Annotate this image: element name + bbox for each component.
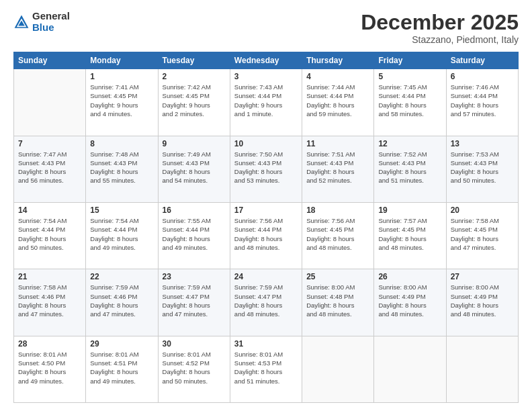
day-info: Sunrise: 8:01 AM Sunset: 4:53 PM Dayligh… xyxy=(234,350,298,385)
calendar-week-3: 14Sunrise: 7:54 AM Sunset: 4:44 PM Dayli… xyxy=(14,202,519,269)
day-number: 13 xyxy=(451,139,514,148)
day-info: Sunrise: 7:55 AM Sunset: 4:44 PM Dayligh… xyxy=(163,216,226,252)
day-info: Sunrise: 7:51 AM Sunset: 4:43 PM Dayligh… xyxy=(306,150,369,185)
calendar-day-18: 18Sunrise: 7:56 AM Sunset: 4:45 PM Dayli… xyxy=(302,202,374,269)
calendar-day-8: 8Sunrise: 7:48 AM Sunset: 4:43 PM Daylig… xyxy=(86,136,158,202)
day-number: 12 xyxy=(378,139,441,148)
day-info: Sunrise: 7:45 AM Sunset: 4:44 PM Dayligh… xyxy=(378,83,441,118)
day-number: 27 xyxy=(451,272,514,281)
calendar-day-5: 5Sunrise: 7:45 AM Sunset: 4:44 PM Daylig… xyxy=(374,69,446,136)
calendar-day-3: 3Sunrise: 7:43 AM Sunset: 4:44 PM Daylig… xyxy=(230,69,302,136)
day-header-tuesday: Tuesday xyxy=(158,52,230,69)
day-info: Sunrise: 8:00 AM Sunset: 4:49 PM Dayligh… xyxy=(378,283,441,318)
calendar-day-6: 6Sunrise: 7:46 AM Sunset: 4:44 PM Daylig… xyxy=(446,69,518,136)
empty-cell xyxy=(302,336,374,402)
calendar-day-1: 1Sunrise: 7:41 AM Sunset: 4:45 PM Daylig… xyxy=(86,69,158,136)
calendar-day-17: 17Sunrise: 7:56 AM Sunset: 4:44 PM Dayli… xyxy=(230,202,302,269)
day-number: 19 xyxy=(378,205,441,215)
logo: General Blue xyxy=(13,11,70,33)
day-info: Sunrise: 7:59 AM Sunset: 4:47 PM Dayligh… xyxy=(163,283,226,318)
day-number: 21 xyxy=(18,272,81,281)
day-number: 1 xyxy=(90,72,153,81)
day-number: 24 xyxy=(234,272,298,281)
location: Stazzano, Piedmont, Italy xyxy=(361,34,519,45)
calendar-day-30: 30Sunrise: 8:01 AM Sunset: 4:52 PM Dayli… xyxy=(158,336,230,402)
day-number: 20 xyxy=(451,205,514,215)
day-info: Sunrise: 7:48 AM Sunset: 4:43 PM Dayligh… xyxy=(90,150,153,185)
day-number: 14 xyxy=(18,205,81,215)
day-header-wednesday: Wednesday xyxy=(230,52,302,69)
logo-text: General Blue xyxy=(32,11,70,33)
calendar-day-19: 19Sunrise: 7:57 AM Sunset: 4:45 PM Dayli… xyxy=(374,202,446,269)
day-number: 4 xyxy=(306,72,369,81)
calendar-week-5: 28Sunrise: 8:01 AM Sunset: 4:50 PM Dayli… xyxy=(14,336,519,402)
day-info: Sunrise: 7:56 AM Sunset: 4:44 PM Dayligh… xyxy=(234,216,298,252)
calendar-day-24: 24Sunrise: 7:59 AM Sunset: 4:47 PM Dayli… xyxy=(230,269,302,336)
day-info: Sunrise: 8:00 AM Sunset: 4:49 PM Dayligh… xyxy=(451,283,514,318)
empty-cell xyxy=(14,69,86,136)
day-number: 31 xyxy=(234,339,298,349)
day-info: Sunrise: 8:01 AM Sunset: 4:50 PM Dayligh… xyxy=(18,350,81,385)
day-number: 16 xyxy=(163,205,226,215)
calendar-day-26: 26Sunrise: 8:00 AM Sunset: 4:49 PM Dayli… xyxy=(374,269,446,336)
day-info: Sunrise: 7:57 AM Sunset: 4:45 PM Dayligh… xyxy=(378,216,441,252)
empty-cell xyxy=(446,336,518,402)
logo-blue: Blue xyxy=(32,22,70,34)
day-info: Sunrise: 7:58 AM Sunset: 4:45 PM Dayligh… xyxy=(451,216,514,252)
day-info: Sunrise: 7:53 AM Sunset: 4:43 PM Dayligh… xyxy=(451,150,514,185)
month-title: December 2025 xyxy=(361,11,519,34)
day-info: Sunrise: 7:41 AM Sunset: 4:45 PM Dayligh… xyxy=(90,83,153,118)
day-info: Sunrise: 7:52 AM Sunset: 4:43 PM Dayligh… xyxy=(378,150,441,185)
day-number: 2 xyxy=(163,72,226,81)
day-number: 6 xyxy=(451,72,514,81)
day-number: 22 xyxy=(90,272,153,281)
calendar-day-12: 12Sunrise: 7:52 AM Sunset: 4:43 PM Dayli… xyxy=(374,136,446,202)
day-info: Sunrise: 7:44 AM Sunset: 4:44 PM Dayligh… xyxy=(306,83,369,118)
day-number: 10 xyxy=(234,139,298,148)
header: General Blue December 2025 Stazzano, Pie… xyxy=(13,11,519,45)
calendar-day-21: 21Sunrise: 7:58 AM Sunset: 4:46 PM Dayli… xyxy=(14,269,86,336)
day-number: 3 xyxy=(234,72,298,81)
calendar-table: SundayMondayTuesdayWednesdayThursdayFrid… xyxy=(13,52,519,403)
day-info: Sunrise: 7:59 AM Sunset: 4:47 PM Dayligh… xyxy=(234,283,298,318)
day-header-saturday: Saturday xyxy=(446,52,518,69)
calendar-day-15: 15Sunrise: 7:54 AM Sunset: 4:44 PM Dayli… xyxy=(86,202,158,269)
day-number: 11 xyxy=(306,139,369,148)
day-info: Sunrise: 7:50 AM Sunset: 4:43 PM Dayligh… xyxy=(234,150,298,185)
calendar-day-22: 22Sunrise: 7:59 AM Sunset: 4:46 PM Dayli… xyxy=(86,269,158,336)
day-info: Sunrise: 8:00 AM Sunset: 4:48 PM Dayligh… xyxy=(306,283,369,318)
calendar-day-27: 27Sunrise: 8:00 AM Sunset: 4:49 PM Dayli… xyxy=(446,269,518,336)
calendar-week-4: 21Sunrise: 7:58 AM Sunset: 4:46 PM Dayli… xyxy=(14,269,519,336)
day-info: Sunrise: 7:42 AM Sunset: 4:45 PM Dayligh… xyxy=(163,83,226,118)
calendar-day-9: 9Sunrise: 7:49 AM Sunset: 4:43 PM Daylig… xyxy=(158,136,230,202)
logo-icon xyxy=(13,14,30,30)
day-info: Sunrise: 8:01 AM Sunset: 4:52 PM Dayligh… xyxy=(163,350,226,385)
day-number: 23 xyxy=(163,272,226,281)
day-number: 9 xyxy=(163,139,226,148)
calendar-week-1: 1Sunrise: 7:41 AM Sunset: 4:45 PM Daylig… xyxy=(14,69,519,136)
day-header-friday: Friday xyxy=(374,52,446,69)
calendar-day-13: 13Sunrise: 7:53 AM Sunset: 4:43 PM Dayli… xyxy=(446,136,518,202)
calendar-day-11: 11Sunrise: 7:51 AM Sunset: 4:43 PM Dayli… xyxy=(302,136,374,202)
calendar-day-2: 2Sunrise: 7:42 AM Sunset: 4:45 PM Daylig… xyxy=(158,69,230,136)
day-number: 17 xyxy=(234,205,298,215)
day-info: Sunrise: 8:01 AM Sunset: 4:51 PM Dayligh… xyxy=(90,350,153,385)
day-number: 26 xyxy=(378,272,441,281)
calendar-day-31: 31Sunrise: 8:01 AM Sunset: 4:53 PM Dayli… xyxy=(230,336,302,402)
day-info: Sunrise: 7:59 AM Sunset: 4:46 PM Dayligh… xyxy=(90,283,153,318)
calendar-day-10: 10Sunrise: 7:50 AM Sunset: 4:43 PM Dayli… xyxy=(230,136,302,202)
calendar-day-4: 4Sunrise: 7:44 AM Sunset: 4:44 PM Daylig… xyxy=(302,69,374,136)
day-number: 7 xyxy=(18,139,81,148)
calendar-week-2: 7Sunrise: 7:47 AM Sunset: 4:43 PM Daylig… xyxy=(14,136,519,202)
day-number: 5 xyxy=(378,72,441,81)
day-number: 28 xyxy=(18,339,81,349)
day-number: 15 xyxy=(90,205,153,215)
calendar-header-row: SundayMondayTuesdayWednesdayThursdayFrid… xyxy=(14,52,519,69)
day-info: Sunrise: 7:58 AM Sunset: 4:46 PM Dayligh… xyxy=(18,283,81,318)
day-header-sunday: Sunday xyxy=(14,52,86,69)
calendar-day-20: 20Sunrise: 7:58 AM Sunset: 4:45 PM Dayli… xyxy=(446,202,518,269)
day-info: Sunrise: 7:43 AM Sunset: 4:44 PM Dayligh… xyxy=(234,83,298,118)
empty-cell xyxy=(374,336,446,402)
day-header-thursday: Thursday xyxy=(302,52,374,69)
day-number: 30 xyxy=(163,339,226,349)
